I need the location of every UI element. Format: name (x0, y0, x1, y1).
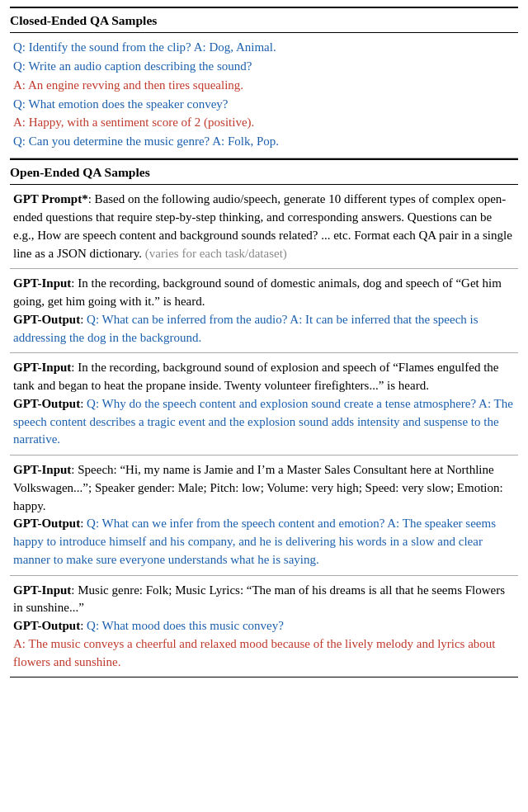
gpt-output-colon-4: : (80, 619, 87, 632)
closed-qa-item-2: A: An engine revving and then tires sque… (13, 77, 515, 95)
gpt-input-text-1: : In the recording, background sound of … (13, 276, 502, 308)
gpt-cell-2: GPT-Input: In the recording, background … (10, 353, 518, 456)
gpt-output-label-3: GPT-Output (13, 517, 80, 530)
closed-qa-item-0: Q: Identify the sound from the clip? A: … (13, 39, 515, 57)
closed-ended-title: Closed-Ended QA Samples (10, 7, 518, 33)
gpt-output-answer-4: A: The music conveys a cheerful and rela… (13, 637, 496, 668)
gpt-cell-1: GPT-Input: In the recording, background … (10, 269, 518, 353)
closed-qa-item-3: Q: What emotion does the speaker convey? (13, 96, 515, 114)
gpt-input-label-4: GPT-Input (13, 583, 71, 597)
gpt-input-text-3: : Speech: “Hi, my name is Jamie and I’m … (13, 463, 503, 512)
gpt-output-colon-3: : (80, 517, 87, 530)
gpt-input-label-3: GPT-Input (13, 463, 71, 476)
closed-ended-cell: Q: Identify the sound from the clip? A: … (10, 33, 518, 158)
gpt-cell-3: GPT-Input: Speech: “Hi, my name is Jamie… (10, 456, 518, 576)
open-ended-title: Open-Ended QA Samples (10, 158, 518, 185)
gpt-input-label-2: GPT-Input (13, 361, 71, 374)
gpt-output-label-1: GPT-Output (13, 313, 80, 326)
gpt-prompt-label: GPT Prompt* (13, 192, 88, 205)
closed-qa-item-5: Q: Can you determine the music genre? A:… (13, 133, 515, 151)
gpt-output-label-2: GPT-Output (13, 397, 80, 410)
gpt-output-label-4: GPT-Output (13, 619, 80, 632)
gpt-prompt-varies: (varies for each task/dataset) (145, 247, 287, 260)
gpt-output-question-4: Q: What mood does this music convey? (87, 619, 284, 632)
gpt-output-text-2: Q: Why do the speech content and explosi… (13, 397, 513, 446)
closed-qa-item-4: A: Happy, with a sentiment score of 2 (p… (13, 114, 515, 132)
gpt-input-text-4: : Music genre: Folk; Music Lyrics: “The … (13, 583, 505, 615)
closed-qa-item-1: Q: Write an audio caption describing the… (13, 58, 515, 76)
gpt-input-label-1: GPT-Input (13, 276, 71, 290)
gpt-output-colon-2: : (80, 397, 87, 410)
gpt-prompt-cell: GPT Prompt*: Based on the following audi… (10, 185, 518, 269)
gpt-input-text-2: : In the recording, background sound of … (13, 361, 499, 392)
page: Closed-Ended QA Samples Q: Identify the … (0, 0, 528, 684)
gpt-output-colon-1: : (80, 313, 87, 326)
gpt-cell-4: GPT-Input: Music genre: Folk; Music Lyri… (10, 576, 518, 678)
